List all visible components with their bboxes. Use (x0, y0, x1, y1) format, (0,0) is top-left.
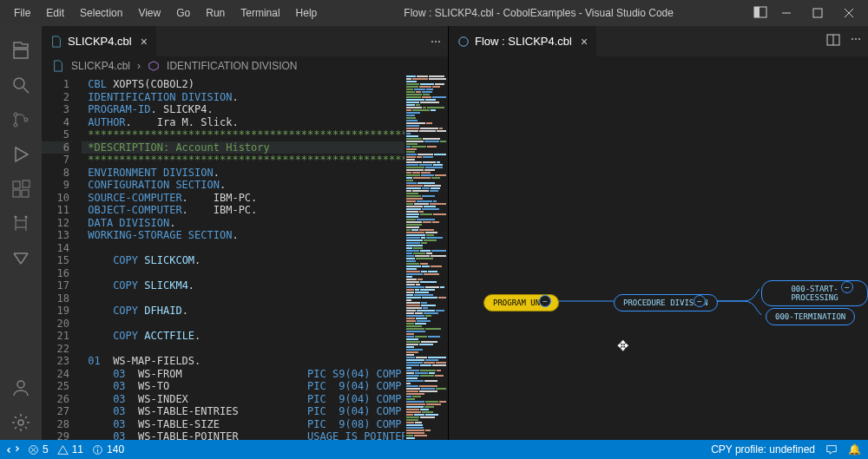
menu-item-terminal[interactable]: Terminal (233, 3, 286, 23)
code-editor-pane: SLICKP4.cbl × ⋯ SLICKP4.cbl › IDENTIFICA… (42, 26, 448, 440)
flow-diagram-pane: Flow : SLICKP4.cbl × ⋯ PROGRAM UNIT − PR… (448, 26, 868, 440)
collapse-toggle[interactable]: − (694, 295, 706, 307)
menu-item-selection[interactable]: Selection (73, 3, 129, 23)
menu-bar: FileEditSelectionViewGoRunTerminalHelp (7, 3, 324, 23)
svg-point-29 (97, 447, 98, 448)
menu-item-run[interactable]: Run (199, 3, 232, 23)
svg-point-9 (14, 123, 17, 127)
status-warnings[interactable]: 11 (57, 443, 83, 456)
search-icon[interactable] (0, 68, 42, 102)
symbol-icon (148, 60, 160, 72)
svg-rect-13 (22, 190, 29, 197)
close-icon[interactable]: × (141, 35, 148, 49)
tab-label: Flow : SLICKP4.cbl (475, 35, 572, 48)
tab-slickp4[interactable]: SLICKP4.cbl × (42, 26, 156, 56)
svg-point-8 (14, 113, 17, 116)
svg-point-6 (14, 78, 24, 89)
tab-label: SLICKP4.cbl (68, 35, 132, 48)
zowe-icon[interactable] (0, 241, 42, 276)
collapse-toggle[interactable]: − (841, 281, 853, 293)
menu-item-view[interactable]: View (131, 3, 168, 23)
code-content[interactable]: CBL XOPTS(COBOL2) IDENTIFICATION DIVISIO… (82, 75, 404, 440)
svg-rect-3 (813, 9, 822, 17)
move-cursor-icon: ✥ (617, 338, 628, 354)
close-button[interactable] (837, 4, 861, 22)
extensions-icon[interactable] (0, 172, 42, 207)
svg-rect-1 (754, 7, 760, 17)
error-icon (28, 444, 39, 456)
flow-canvas[interactable]: PROGRAM UNIT − PROCEDURE DIVISION − 000-… (449, 56, 868, 440)
status-errors[interactable]: 5 (28, 443, 49, 456)
svg-rect-12 (13, 190, 20, 197)
editor-tabs-right: Flow : SLICKP4.cbl × ⋯ (449, 26, 868, 56)
flow-icon (457, 36, 470, 48)
window-title: Flow : SLICKP4.cbl - CobolExamples - Vis… (324, 7, 753, 19)
remote-indicator[interactable] (7, 443, 19, 456)
settings-gear-icon[interactable] (0, 405, 42, 440)
info-icon (92, 444, 103, 456)
explorer-icon[interactable] (0, 33, 42, 68)
breadcrumb[interactable]: SLICKP4.cbl › IDENTIFICATION DIVISION (42, 56, 448, 75)
svg-point-17 (17, 381, 24, 388)
svg-rect-11 (13, 181, 20, 188)
editor-tabs-left: SLICKP4.cbl × ⋯ (42, 26, 448, 56)
account-icon[interactable] (0, 370, 42, 405)
status-bar: 5 11 140 CPY profile: undefined 🔔 (0, 440, 868, 459)
breadcrumb-file: SLICKP4.cbl (71, 60, 130, 72)
more-icon[interactable]: ⋯ (431, 36, 441, 48)
maximize-button[interactable] (806, 4, 830, 22)
file-icon (50, 36, 62, 48)
menu-item-go[interactable]: Go (169, 3, 197, 23)
chevron-right-icon: › (137, 60, 141, 72)
layout-toggle-icon[interactable] (753, 5, 767, 22)
svg-point-10 (24, 118, 28, 121)
feedback-icon[interactable] (825, 443, 838, 456)
source-control-icon[interactable] (0, 102, 42, 137)
menu-item-edit[interactable]: Edit (39, 3, 71, 23)
activity-bar (0, 26, 42, 440)
more-icon[interactable]: ⋯ (851, 33, 861, 49)
svg-point-15 (15, 216, 17, 219)
code-editor[interactable]: 1234567891011121314151617181920212223242… (42, 75, 448, 440)
flow-node-termination[interactable]: 000-TERMINATION (766, 308, 855, 325)
bell-icon[interactable]: 🔔 (848, 443, 861, 456)
split-editor-icon[interactable] (826, 33, 840, 49)
svg-point-16 (25, 216, 28, 219)
file-icon (52, 60, 64, 72)
status-info[interactable]: 140 (92, 443, 124, 456)
warning-icon (57, 444, 69, 456)
run-debug-icon[interactable] (0, 137, 42, 172)
title-bar: FileEditSelectionViewGoRunTerminalHelp F… (0, 0, 868, 26)
minimize-button[interactable] (774, 4, 799, 22)
minimap[interactable] (404, 75, 448, 440)
svg-point-18 (18, 420, 23, 425)
tab-flow[interactable]: Flow : SLICKP4.cbl × (449, 26, 596, 56)
collapse-toggle[interactable]: − (539, 295, 551, 307)
references-icon[interactable] (0, 207, 42, 241)
svg-line-7 (23, 88, 29, 93)
menu-item-file[interactable]: File (7, 3, 37, 23)
svg-rect-14 (23, 180, 30, 187)
close-icon[interactable]: × (581, 35, 588, 49)
breadcrumb-section: IDENTIFICATION DIVISION (167, 60, 297, 72)
line-number-gutter: 1234567891011121314151617181920212223242… (42, 75, 82, 440)
svg-point-19 (459, 36, 469, 46)
menu-item-help[interactable]: Help (289, 3, 325, 23)
flow-connectors (449, 56, 868, 440)
status-cpy-profile[interactable]: CPY profile: undefined (711, 443, 815, 456)
